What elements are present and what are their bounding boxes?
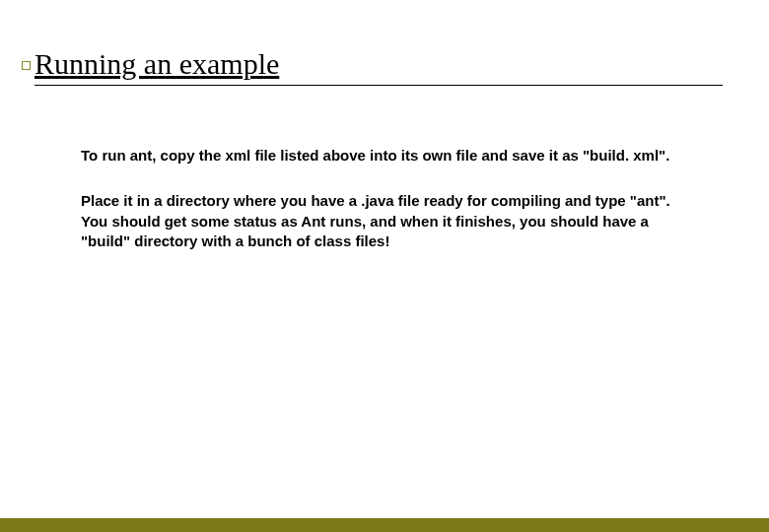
slide: Running an example To run ant, copy the … (0, 0, 769, 532)
paragraph-1: To run ant, copy the xml file listed abo… (81, 146, 672, 166)
footer-bar (0, 518, 769, 532)
title-wrap: Running an example (35, 47, 730, 83)
paragraph-2: Place it in a directory where you have a… (81, 191, 672, 251)
title-bullet-icon (22, 61, 31, 70)
slide-title: Running an example (35, 47, 730, 83)
title-underline (35, 85, 723, 86)
content-area: To run ant, copy the xml file listed abo… (81, 146, 672, 277)
